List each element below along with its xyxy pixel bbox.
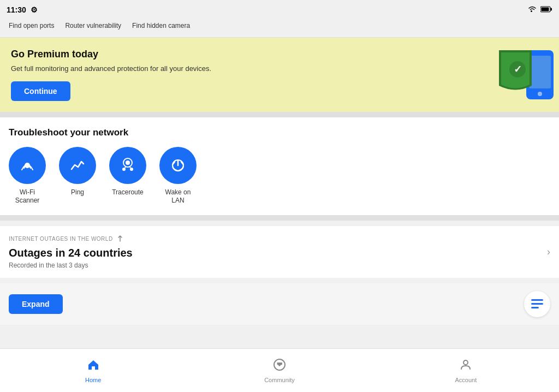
- tool-traceroute[interactable]: Traceroute: [109, 147, 146, 205]
- list-lines-icon: [531, 299, 543, 308]
- troubleshoot-section: Troubleshoot your network Wi-FiScanner P…: [0, 117, 559, 215]
- tool-ping[interactable]: Ping: [59, 147, 96, 205]
- premium-content: Go Premium today Get full monitoring and…: [11, 49, 414, 101]
- nav-community-label: Community: [264, 377, 295, 383]
- ping-circle: [59, 147, 96, 184]
- status-icons: [527, 5, 552, 15]
- expand-button[interactable]: Expand: [9, 294, 63, 314]
- list-line-1: [531, 299, 543, 301]
- wake-on-lan-circle: [159, 147, 197, 184]
- svg-point-5: [538, 92, 542, 96]
- tool-find-hidden-camera[interactable]: Find hidden camera: [132, 22, 190, 31]
- svg-rect-4: [529, 56, 551, 88]
- action-strip: Expand: [0, 283, 559, 325]
- premium-description: Get full monitoring and advanced protect…: [11, 64, 414, 73]
- nav-home[interactable]: Home: [0, 354, 186, 388]
- outages-subtitle: Recorded in the last 3 days: [9, 262, 133, 269]
- account-icon: [459, 358, 472, 375]
- home-icon: [87, 358, 100, 375]
- outages-tag: INTERNET OUTAGES IN THE WORLD: [9, 235, 133, 243]
- bottom-nav: Home "" Community Account: [0, 348, 559, 392]
- tool-wifi-scanner[interactable]: Wi-FiScanner: [9, 147, 46, 205]
- wifi-scanner-label: Wi-FiScanner: [15, 188, 40, 205]
- nav-account[interactable]: Account: [373, 354, 559, 388]
- premium-shield-graphic: ✓: [496, 42, 556, 108]
- outages-content: INTERNET OUTAGES IN THE WORLD Outages in…: [9, 235, 133, 269]
- premium-title: Go Premium today: [11, 49, 414, 60]
- premium-graphic: ✓: [493, 38, 559, 112]
- status-bar: 11:30 ⚙: [0, 0, 559, 20]
- gear-icon[interactable]: ⚙: [31, 5, 38, 14]
- divider-1: [0, 112, 559, 117]
- svg-rect-2: [542, 8, 549, 11]
- status-time: 11:30: [7, 5, 26, 14]
- svg-text:"": "": [277, 362, 282, 367]
- premium-banner: Go Premium today Get full monitoring and…: [0, 38, 559, 112]
- wake-on-lan-label: Wake onLAN: [165, 188, 191, 205]
- nav-community[interactable]: "" Community: [186, 354, 372, 388]
- continue-button[interactable]: Continue: [11, 81, 70, 101]
- signal-icon: [116, 235, 124, 243]
- outages-section: INTERNET OUTAGES IN THE WORLD Outages in…: [0, 226, 559, 278]
- list-line-2: [531, 303, 543, 305]
- wifi-scanner-circle: [9, 147, 46, 184]
- svg-text:✓: ✓: [514, 64, 522, 75]
- nav-home-label: Home: [85, 377, 101, 383]
- divider-2: [0, 215, 559, 221]
- troubleshoot-title: Troubleshoot your network: [9, 127, 550, 138]
- outages-row: INTERNET OUTAGES IN THE WORLD Outages in…: [9, 235, 550, 269]
- svg-rect-1: [551, 8, 552, 11]
- list-view-button[interactable]: [524, 291, 550, 317]
- traceroute-circle: [109, 147, 146, 184]
- svg-point-9: [126, 161, 130, 165]
- svg-line-14: [129, 167, 131, 168]
- ping-label: Ping: [71, 188, 84, 197]
- tool-router-vulnerability[interactable]: Router vulnerability: [65, 22, 121, 31]
- community-icon: "": [273, 358, 286, 375]
- svg-line-13: [124, 167, 126, 168]
- traceroute-label: Traceroute: [112, 188, 144, 197]
- outages-chevron-icon[interactable]: ›: [547, 246, 550, 258]
- list-line-3: [531, 307, 539, 308]
- battery-icon: [540, 5, 552, 14]
- nav-account-label: Account: [455, 377, 477, 383]
- outages-title: Outages in 24 countries: [9, 247, 133, 259]
- wifi-icon: [527, 5, 537, 15]
- tool-find-open-ports[interactable]: Find open ports: [9, 22, 54, 31]
- svg-point-19: [463, 360, 468, 365]
- tool-strip: Find open ports Router vulnerability Fin…: [0, 20, 559, 38]
- troubleshoot-tools: Wi-FiScanner Ping: [9, 147, 550, 205]
- tool-wake-on-lan[interactable]: Wake onLAN: [159, 147, 197, 205]
